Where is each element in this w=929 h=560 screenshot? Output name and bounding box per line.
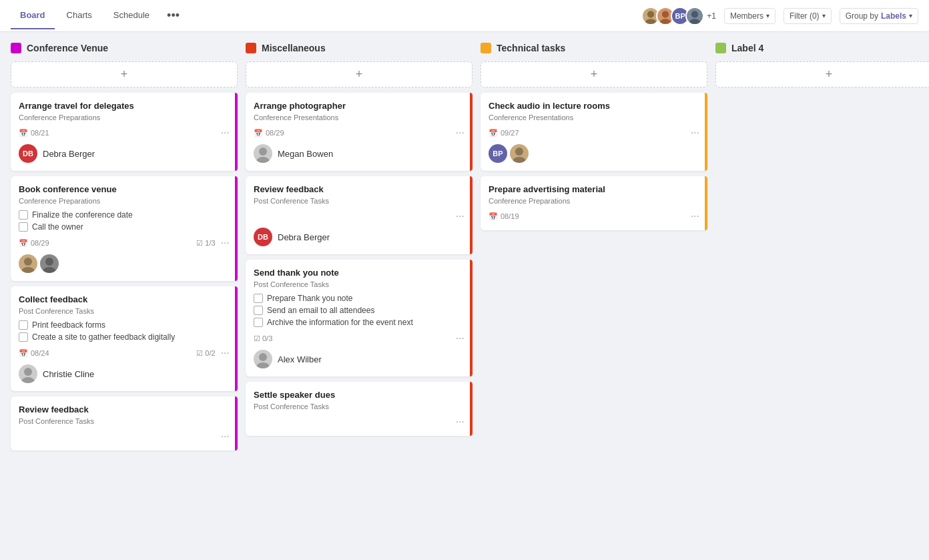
card-subtitle: Conference Presentations bbox=[489, 113, 699, 121]
checkbox[interactable] bbox=[19, 210, 28, 220]
card-title: Review feedback bbox=[254, 184, 465, 194]
svg-point-17 bbox=[513, 157, 526, 163]
card-more-button[interactable]: ··· bbox=[691, 127, 699, 139]
column-header: Miscellaneous bbox=[246, 43, 473, 53]
tab-charts[interactable]: Charts bbox=[57, 2, 101, 29]
checkbox[interactable] bbox=[254, 318, 263, 327]
tab-schedule[interactable]: Schedule bbox=[104, 2, 159, 29]
calendar-icon: 📅 bbox=[489, 212, 498, 221]
avatar bbox=[19, 254, 37, 273]
card-accent bbox=[235, 93, 238, 171]
card-accent bbox=[470, 382, 473, 436]
avatar-count: +1 bbox=[707, 11, 716, 21]
card-checklist: Finalize the conference dateCall the own… bbox=[19, 210, 230, 232]
checkbox[interactable] bbox=[19, 320, 28, 330]
check-item[interactable]: Archive the information for the event ne… bbox=[254, 318, 465, 327]
check-label: Print feedback forms bbox=[32, 320, 105, 330]
card-more-button[interactable]: ··· bbox=[221, 127, 230, 139]
top-navigation: Board Charts Schedule ••• BP +1 Members … bbox=[0, 0, 929, 32]
card-title: Prepare advertising material bbox=[489, 184, 699, 194]
card-more-button[interactable]: ··· bbox=[221, 237, 230, 249]
column-color-dot bbox=[715, 43, 726, 53]
check-progress: ☑ 1/3 bbox=[196, 239, 215, 248]
column-color-dot bbox=[11, 43, 21, 53]
card-more-button[interactable]: ··· bbox=[221, 431, 230, 443]
checkbox[interactable] bbox=[19, 332, 28, 342]
column-label4: Label 4+ bbox=[715, 43, 929, 549]
add-card-button[interactable]: + bbox=[715, 61, 929, 87]
card[interactable]: Review feedbackPost Conference Tasks··· bbox=[11, 396, 238, 451]
calendar-icon: 📅 bbox=[254, 129, 263, 137]
card-subtitle: Conference Preparations bbox=[19, 113, 230, 121]
card-subtitle: Post Conference Tasks bbox=[254, 197, 465, 205]
column-color-dot bbox=[246, 43, 256, 53]
card-footer: 📅 08/24☑ 0/2··· bbox=[19, 347, 230, 359]
check-item[interactable]: Prepare Thank you note bbox=[254, 294, 465, 303]
card-more-button[interactable]: ··· bbox=[456, 210, 465, 222]
svg-point-2 bbox=[662, 11, 669, 17]
card-footer: 📅 09/27··· bbox=[489, 127, 699, 139]
checkbox[interactable] bbox=[19, 222, 28, 232]
card-date: 📅 08/29 bbox=[254, 129, 450, 137]
check-icon: ☑ bbox=[196, 349, 203, 358]
group-by-button[interactable]: Group by Labels ▾ bbox=[840, 8, 918, 24]
filter-button[interactable]: Filter (0) ▾ bbox=[784, 8, 832, 24]
check-item[interactable]: Create a site to gather feedback digital… bbox=[19, 332, 230, 342]
card-more-button[interactable]: ··· bbox=[221, 347, 230, 359]
card[interactable]: Review feedbackPost Conference Tasks···D… bbox=[246, 176, 473, 254]
check-label: Create a site to gather feedback digital… bbox=[32, 332, 175, 342]
check-progress: ☑ 0/3 bbox=[254, 334, 272, 343]
checkbox[interactable] bbox=[254, 294, 263, 303]
card-more-button[interactable]: ··· bbox=[456, 332, 465, 344]
tab-board[interactable]: Board bbox=[11, 2, 55, 29]
group-by-value: Labels bbox=[881, 11, 906, 21]
card[interactable]: Arrange travel for delegatesConference P… bbox=[11, 93, 238, 171]
members-label: Members bbox=[730, 11, 763, 21]
svg-point-12 bbox=[259, 148, 267, 156]
svg-point-11 bbox=[21, 377, 35, 383]
svg-point-3 bbox=[660, 19, 671, 25]
column-conference-venue: Conference Venue+Arrange travel for dele… bbox=[11, 43, 238, 549]
card[interactable]: Settle speaker duesPost Conference Tasks… bbox=[246, 382, 473, 436]
add-card-button[interactable]: + bbox=[11, 61, 238, 87]
card-more-button[interactable]: ··· bbox=[456, 127, 465, 139]
card[interactable]: Book conference venueConference Preparat… bbox=[11, 176, 238, 281]
add-card-button[interactable]: + bbox=[481, 61, 707, 87]
calendar-icon: 📅 bbox=[19, 129, 28, 137]
check-label: Prepare Thank you note bbox=[267, 294, 353, 303]
check-icon: ☑ bbox=[196, 239, 203, 248]
assignee-avatar bbox=[19, 364, 37, 383]
card[interactable]: Prepare advertising materialConference P… bbox=[481, 176, 707, 230]
column-title: Label 4 bbox=[731, 43, 763, 53]
card-accent bbox=[470, 93, 473, 171]
nav-more-button[interactable]: ••• bbox=[162, 3, 185, 28]
card-accent bbox=[705, 176, 707, 230]
members-button[interactable]: Members ▾ bbox=[724, 8, 776, 24]
card-checklist: Print feedback formsCreate a site to gat… bbox=[19, 320, 230, 342]
nav-tabs: Board Charts Schedule ••• bbox=[11, 2, 185, 29]
svg-point-6 bbox=[24, 258, 32, 266]
card-more-button[interactable]: ··· bbox=[456, 416, 465, 428]
assignee-name: Christie Cline bbox=[43, 369, 94, 379]
card-subtitle: Post Conference Tasks bbox=[254, 402, 465, 410]
card[interactable]: Send thank you notePost Conference Tasks… bbox=[246, 260, 473, 376]
add-card-button[interactable]: + bbox=[246, 61, 473, 87]
card-date: 📅 08/19 bbox=[489, 212, 685, 221]
svg-point-4 bbox=[691, 11, 698, 17]
card-accent bbox=[470, 260, 473, 376]
group-by-label: Group by bbox=[846, 11, 878, 21]
card-checklist: Prepare Thank you noteSend an email to a… bbox=[254, 294, 465, 327]
checkbox[interactable] bbox=[254, 306, 263, 315]
check-item[interactable]: Finalize the conference date bbox=[19, 210, 230, 220]
group-by-chevron: ▾ bbox=[909, 12, 912, 19]
svg-point-13 bbox=[256, 157, 270, 163]
check-item[interactable]: Print feedback forms bbox=[19, 320, 230, 330]
column-title: Miscellaneous bbox=[262, 43, 326, 53]
card[interactable]: Check audio in lecture roomsConference P… bbox=[481, 93, 707, 171]
card-more-button[interactable]: ··· bbox=[691, 210, 699, 222]
check-item[interactable]: Call the owner bbox=[19, 222, 230, 232]
card[interactable]: Arrange photographerConference Presentat… bbox=[246, 93, 473, 171]
check-item[interactable]: Send an email to all attendees bbox=[254, 306, 465, 315]
assignee-avatar: DB bbox=[19, 144, 37, 163]
card[interactable]: Collect feedbackPost Conference TasksPri… bbox=[11, 286, 238, 391]
